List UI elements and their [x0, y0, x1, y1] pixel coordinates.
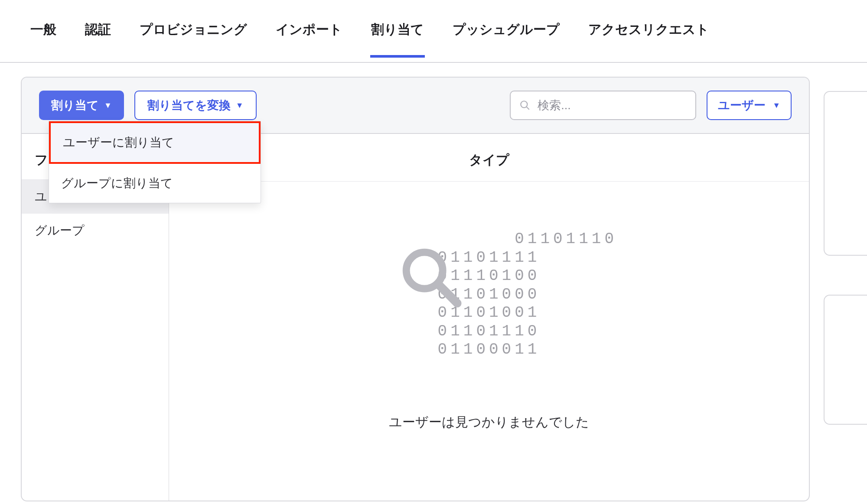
sidebar-item-groups[interactable]: グループ — [22, 214, 169, 247]
svg-line-1 — [526, 107, 529, 110]
side-card-top — [824, 91, 867, 256]
side-card-bottom — [824, 295, 867, 425]
main-area: タイプ 01101110 01101111 01110100 01101000 … — [169, 134, 809, 501]
empty-state: 01101110 01101111 01110100 01101000 0110… — [169, 182, 809, 431]
search-icon — [519, 100, 531, 111]
assign-button[interactable]: 割り当て ▼ — [39, 91, 124, 120]
tab-import[interactable]: インポート — [275, 21, 343, 57]
tab-access-request[interactable]: アクセスリクエスト — [587, 21, 710, 57]
search-box[interactable] — [510, 91, 696, 120]
tab-provisioning[interactable]: プロビジョニング — [139, 21, 248, 57]
assignments-panel: 割り当て ▼ 割り当てを変換 ▼ ユーザー ▼ ユーザーに割り当て — [21, 77, 810, 501]
assign-button-label: 割り当て — [51, 98, 99, 113]
caret-down-icon: ▼ — [104, 101, 112, 109]
column-header-type: タイプ — [169, 134, 809, 182]
tab-assignments[interactable]: 割り当て — [370, 21, 425, 57]
assign-dropdown: ユーザーに割り当て グループに割り当て — [49, 121, 261, 203]
caret-down-icon: ▼ — [772, 101, 780, 109]
binary-art: 01101110 01101111 01110100 01101000 0110… — [361, 212, 617, 396]
convert-button-label: 割り当てを変換 — [147, 98, 231, 113]
assign-to-groups-item[interactable]: グループに割り当て — [49, 164, 261, 203]
svg-point-0 — [521, 101, 527, 107]
filter-label: ユーザー — [718, 98, 766, 113]
empty-message: ユーザーは見つかりませんでした — [389, 413, 589, 431]
tab-bar: 一般 認証 プロビジョニング インポート 割り当て プッシュグループ アクセスリ… — [0, 0, 867, 63]
assign-to-users-item[interactable]: ユーザーに割り当て — [49, 121, 261, 164]
filter-dropdown[interactable]: ユーザー ▼ — [707, 91, 792, 120]
search-input[interactable] — [538, 99, 687, 112]
caret-down-icon: ▼ — [236, 101, 244, 109]
tab-general[interactable]: 一般 — [29, 21, 57, 57]
convert-assignments-button[interactable]: 割り当てを変換 ▼ — [134, 91, 257, 120]
svg-point-2 — [406, 252, 443, 289]
tab-push-groups[interactable]: プッシュグループ — [452, 21, 561, 57]
tab-auth[interactable]: 認証 — [84, 21, 112, 57]
